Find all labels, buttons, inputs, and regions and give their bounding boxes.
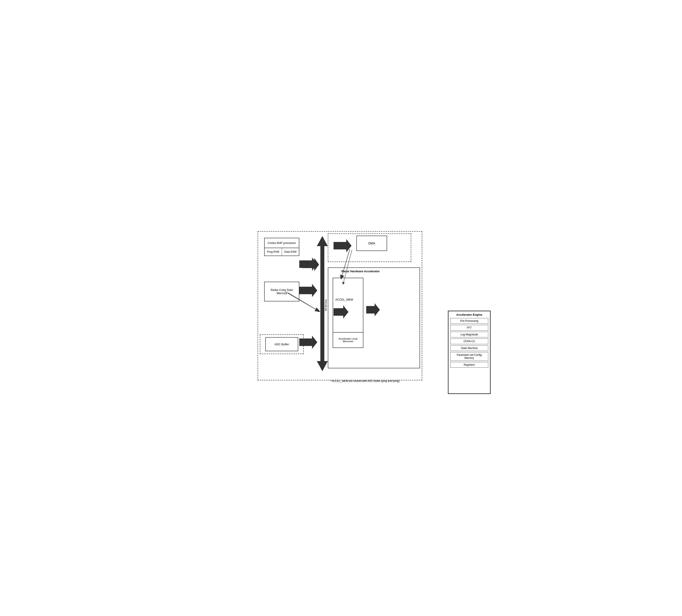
dma-box: DMA [356,235,387,251]
acc-engine-item-fft: FFT [450,325,488,330]
cortex-processor-box: Cortex M4F processor Prog RAM Data RAM [264,238,299,256]
accel-local-label: Accelerator Local Memories [333,332,363,347]
acc-engine-item-paramset: Parameter-set Config Memory [450,352,488,361]
bottom-note: * ACCEL_MEM are shared with ADC buffer (… [330,379,416,383]
rha-title: Radar Hardware Accelerator [341,270,380,273]
accel-mem-label: ACCEL_MEM [335,298,353,301]
acc-engine-item-registers: Registers [450,362,488,368]
radar-cube-memory-box: Radar Cube Data Memory [264,282,299,301]
diagram-wrapper: Cortex M4F processor Prog RAM Data RAM R… [255,229,427,387]
cortex-title: Cortex M4F processor [265,238,299,248]
acc-engine-item-logmag: Log-Magnitude [450,332,488,337]
acc-engine-item-cfar: CFAR-CA [450,339,488,344]
rha-box: Radar Hardware Accelerator ACCEL_MEM Acc… [328,268,420,368]
acc-engine-item-statemachine: State Machine [450,345,488,351]
data-ram-label: Data RAM [282,248,299,256]
bus-label: 64-bit bus [324,299,327,311]
adc-buffer-box: ADC Buffer [265,337,298,351]
acc-engine-box: Accelerator Engine Pre-Processing FFT Lo… [448,311,491,394]
prog-ram-label: Prog RAM [265,248,282,256]
cortex-ram-section: Prog RAM Data RAM [265,248,299,256]
acc-engine-item-preprocessing: Pre-Processing [450,318,488,324]
adc-buffer-outer: ADC Buffer [260,334,304,354]
accel-mem-box: ACCEL_MEM Accelerator Local Memories [333,278,363,348]
acc-engine-title: Accelerator Engine [450,313,488,316]
